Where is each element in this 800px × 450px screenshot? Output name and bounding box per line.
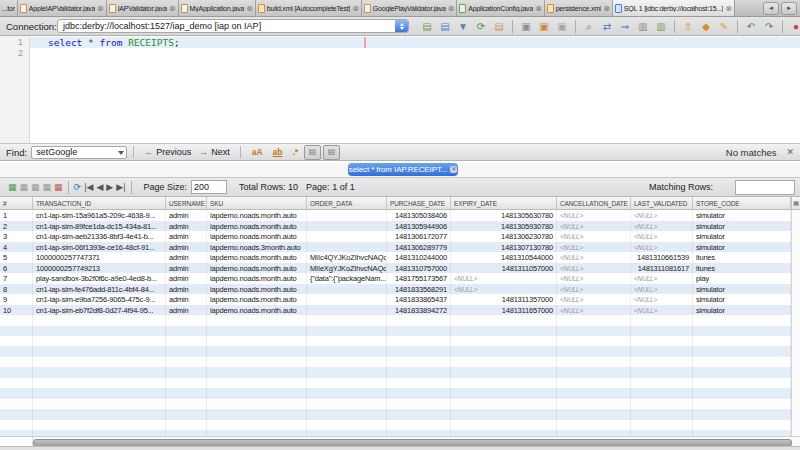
table-row-5[interactable]: 51000000257747371adminiapdemo.noads.mont… bbox=[0, 252, 791, 263]
editor-tab-5[interactable]: GooglePlayValidator.java⊗ bbox=[362, 0, 457, 16]
cell-transaction_id[interactable]: 1000000257749213 bbox=[33, 263, 166, 274]
table-row-2[interactable]: 2cn1-iap-sim-89fce1da-dc15-434a-81...adm… bbox=[0, 221, 791, 232]
tab-close-icon[interactable]: ⊗ bbox=[535, 4, 542, 13]
tab-scroll-right-button[interactable]: ▸ bbox=[781, 2, 797, 15]
cell-last_validated[interactable]: <NULL> bbox=[631, 221, 693, 232]
cell-last_validated[interactable]: 1481311081617 bbox=[631, 263, 693, 274]
redo-icon[interactable]: ↷ bbox=[762, 20, 776, 33]
table-row-10[interactable]: 10cn1-iap-sim-eb7f2df8-0d27-4f94-95...ad… bbox=[0, 305, 791, 316]
editor-tab-4[interactable]: build.xml [AutocompleteTest]⊗ bbox=[256, 0, 362, 16]
cell-expiry_date[interactable]: 1481305930780 bbox=[451, 221, 557, 232]
cell-order_data[interactable] bbox=[307, 284, 387, 295]
truncate-table-icon[interactable]: ▦ bbox=[54, 181, 63, 194]
cell-transaction_id[interactable]: cn1-iap-sim-15a961a5-209c-4638-9... bbox=[33, 210, 166, 221]
cell-cancellation_date[interactable]: <NULL> bbox=[557, 273, 631, 284]
cell-num[interactable]: 1 bbox=[0, 210, 33, 221]
commit-record-icon[interactable]: ▦ bbox=[31, 181, 40, 194]
edit-icon[interactable]: ✎ bbox=[717, 20, 731, 33]
cell-cancellation_date[interactable]: <NULL> bbox=[557, 284, 631, 295]
column-header-purchase_date[interactable]: PURCHASE_DATE bbox=[387, 197, 451, 209]
matching-rows-input[interactable] bbox=[735, 180, 795, 195]
upload-icon[interactable]: ⇧ bbox=[681, 20, 695, 33]
cell-transaction_id[interactable]: cn1-iap-sim-aeb21336-8bf3-4e41-b... bbox=[33, 231, 166, 242]
cell-transaction_id[interactable]: cn1-iap-sim-e9ba7256-9065-475c-9... bbox=[33, 294, 166, 305]
cell-transaction_id[interactable]: cn1-iap-sim-eb7f2df8-0d27-4f94-95... bbox=[33, 305, 166, 316]
find-close-icon[interactable]: ✕ bbox=[786, 147, 794, 157]
cell-store_code[interactable]: play bbox=[693, 273, 791, 284]
cell-last_validated[interactable]: <NULL> bbox=[631, 305, 693, 316]
cell-username[interactable]: admin bbox=[166, 252, 207, 263]
cell-order_data[interactable]: MIIeXgYJKoZIhvcNAQc... bbox=[307, 263, 387, 274]
undo-icon[interactable]: ↶ bbox=[744, 20, 758, 33]
refresh-icon[interactable]: ⟳ bbox=[474, 20, 488, 33]
tab-close-icon[interactable]: ⊗ bbox=[352, 4, 359, 13]
column-header-cancellation_date[interactable]: CANCELLATION_DATE bbox=[557, 197, 631, 209]
delete-record-icon[interactable]: ▦ bbox=[20, 181, 29, 194]
cell-order_data[interactable] bbox=[307, 210, 387, 221]
search-icon[interactable]: ⌕ bbox=[582, 20, 596, 33]
match-case-icon[interactable]: aA bbox=[252, 147, 263, 157]
cell-num[interactable]: 8 bbox=[0, 284, 33, 295]
run-statement-icon[interactable]: ▤ bbox=[438, 20, 452, 33]
cell-expiry_date[interactable]: 1481311057000 bbox=[451, 263, 557, 274]
cell-transaction_id[interactable]: cn1-iap-sim-89fce1da-dc15-434a-81... bbox=[33, 221, 166, 232]
cell-purchase_date[interactable]: 1481305038406 bbox=[387, 210, 451, 221]
cell-purchase_date[interactable]: 1481310244000 bbox=[387, 252, 451, 263]
cell-num[interactable]: 4 bbox=[0, 242, 33, 253]
cell-sku[interactable]: iapdemo.noads.month.auto bbox=[207, 294, 307, 305]
cell-sku[interactable]: iapdemo.noads.month.auto bbox=[207, 252, 307, 263]
cancel-edits-icon[interactable]: ▦ bbox=[43, 181, 52, 194]
cell-expiry_date[interactable]: 1481310544000 bbox=[451, 252, 557, 263]
cell-store_code[interactable]: simulator bbox=[693, 221, 791, 232]
cell-expiry_date[interactable]: <NULL> bbox=[451, 273, 557, 284]
cell-store_code[interactable]: itunes bbox=[693, 252, 791, 263]
cell-num[interactable]: 3 bbox=[0, 231, 33, 242]
window-dropdown-icon[interactable]: ▣ bbox=[537, 20, 551, 33]
cell-username[interactable]: admin bbox=[166, 263, 207, 274]
tab-close-icon[interactable]: ⊗ bbox=[246, 4, 253, 13]
cell-purchase_date[interactable]: 1481306289779 bbox=[387, 242, 451, 253]
cell-username[interactable]: admin bbox=[166, 231, 207, 242]
cell-transaction_id[interactable]: cn1-iap-sim-06f1393e-ce16-48cf-91... bbox=[33, 242, 166, 253]
cell-cancellation_date[interactable]: <NULL> bbox=[557, 252, 631, 263]
run-sql-icon[interactable]: ▤ bbox=[420, 20, 434, 33]
cell-sku[interactable]: iapdemo.noads.month.auto bbox=[207, 221, 307, 232]
cell-username[interactable]: admin bbox=[166, 305, 207, 316]
table-row-9[interactable]: 9cn1-iap-sim-e9ba7256-9065-475c-9...admi… bbox=[0, 294, 791, 305]
tab-close-icon[interactable]: ⊗ bbox=[169, 4, 176, 13]
whole-word-icon[interactable]: ab bbox=[273, 147, 283, 157]
cell-num[interactable]: 2 bbox=[0, 221, 33, 232]
cell-purchase_date[interactable]: 1481306172077 bbox=[387, 231, 451, 242]
cell-sku[interactable]: iapdemo.noads.month.auto bbox=[207, 210, 307, 221]
cell-username[interactable]: admin bbox=[166, 284, 207, 295]
find-input[interactable]: setGoogle bbox=[31, 146, 127, 159]
next-page-icon[interactable]: ▶ bbox=[106, 181, 113, 194]
sql-editor[interactable]: 12 select * from RECEIPTS; bbox=[0, 36, 800, 143]
vertical-scrollbar[interactable] bbox=[791, 210, 800, 436]
cell-num[interactable]: 9 bbox=[0, 294, 33, 305]
cell-purchase_date[interactable]: 1481310757000 bbox=[387, 263, 451, 274]
column-header-transaction_id[interactable]: TRANSACTION_ID bbox=[33, 197, 166, 209]
cell-cancellation_date[interactable]: <NULL> bbox=[557, 210, 631, 221]
editor-tab-1[interactable]: AppleIAPValidator.java⊗ bbox=[18, 0, 107, 16]
cell-order_data[interactable] bbox=[307, 305, 387, 316]
cell-purchase_date[interactable]: 1481755173567 bbox=[387, 273, 451, 284]
cell-expiry_date[interactable]: <NULL> bbox=[451, 284, 557, 295]
goto-icon[interactable]: ⇒ bbox=[618, 20, 632, 33]
cell-num[interactable]: 10 bbox=[0, 305, 33, 316]
cell-transaction_id[interactable]: play-sandbox-3b2f0f6c-a9e0-4ed8-b... bbox=[33, 273, 166, 284]
cell-store_code[interactable]: simulator bbox=[693, 284, 791, 295]
cell-last_validated[interactable]: <NULL> bbox=[631, 210, 693, 221]
cell-expiry_date[interactable]: 1481311357000 bbox=[451, 294, 557, 305]
editor-tab-3[interactable]: MyApplication.java⊗ bbox=[179, 0, 256, 16]
cell-sku[interactable]: iapdemo.noads.month.auto bbox=[207, 273, 307, 284]
refresh-icon[interactable]: ⟳ bbox=[74, 181, 82, 194]
wrap-search-toggle[interactable]: ▤ bbox=[323, 145, 340, 160]
last-page-icon[interactable]: ▶| bbox=[116, 181, 125, 194]
swap-arrows-icon[interactable]: ⇄ bbox=[600, 20, 614, 33]
cell-sku[interactable]: iapdemo.noads.3month.auto bbox=[207, 242, 307, 253]
window-dropdown2-icon[interactable]: ▣ bbox=[555, 20, 569, 33]
cell-order_data[interactable]: {"data":{"packageNam... bbox=[307, 273, 387, 284]
cell-username[interactable]: admin bbox=[166, 242, 207, 253]
cell-purchase_date[interactable]: 1481833865437 bbox=[387, 294, 451, 305]
